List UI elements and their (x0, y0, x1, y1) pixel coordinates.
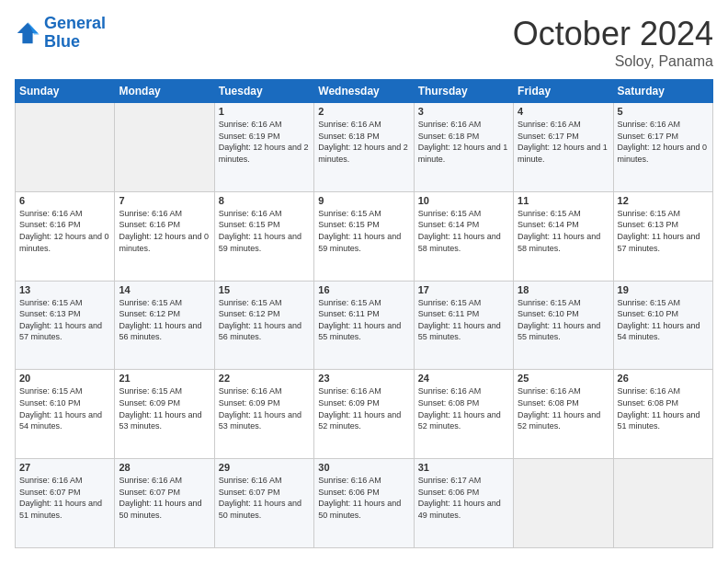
day-header-wednesday: Wednesday (314, 80, 414, 103)
week-row-2: 6Sunrise: 6:16 AM Sunset: 6:16 PM Daylig… (16, 191, 713, 281)
calendar-cell (613, 459, 712, 548)
calendar-cell: 17Sunrise: 6:15 AM Sunset: 6:11 PM Dayli… (414, 281, 513, 370)
day-info: Sunrise: 6:16 AM Sunset: 6:18 PM Dayligh… (318, 119, 409, 165)
calendar-cell: 12Sunrise: 6:15 AM Sunset: 6:13 PM Dayli… (613, 191, 712, 281)
calendar-cell: 21Sunrise: 6:15 AM Sunset: 6:09 PM Dayli… (115, 370, 214, 459)
calendar-cell: 5Sunrise: 6:16 AM Sunset: 6:17 PM Daylig… (613, 103, 712, 192)
day-number: 12 (618, 195, 709, 206)
day-number: 3 (418, 106, 509, 117)
day-header-friday: Friday (514, 80, 613, 103)
header: General Blue October 2024 Soloy, Panama (15, 15, 713, 70)
calendar-cell: 1Sunrise: 6:16 AM Sunset: 6:19 PM Daylig… (214, 103, 313, 192)
calendar-cell: 13Sunrise: 6:15 AM Sunset: 6:13 PM Dayli… (16, 281, 115, 370)
calendar-cell: 30Sunrise: 6:16 AM Sunset: 6:06 PM Dayli… (314, 459, 414, 548)
calendar-cell (514, 459, 613, 548)
day-number: 18 (518, 284, 609, 295)
day-info: Sunrise: 6:16 AM Sunset: 6:09 PM Dayligh… (318, 385, 409, 431)
day-info: Sunrise: 6:15 AM Sunset: 6:09 PM Dayligh… (119, 385, 210, 431)
day-info: Sunrise: 6:16 AM Sunset: 6:07 PM Dayligh… (119, 475, 210, 521)
calendar-cell: 4Sunrise: 6:16 AM Sunset: 6:17 PM Daylig… (514, 103, 613, 192)
day-info: Sunrise: 6:15 AM Sunset: 6:14 PM Dayligh… (518, 208, 609, 254)
day-number: 30 (318, 462, 409, 473)
day-number: 27 (19, 462, 110, 473)
day-header-sunday: Sunday (16, 80, 115, 103)
day-info: Sunrise: 6:16 AM Sunset: 6:08 PM Dayligh… (518, 385, 609, 431)
calendar-cell: 28Sunrise: 6:16 AM Sunset: 6:07 PM Dayli… (115, 459, 214, 548)
page: General Blue October 2024 Soloy, Panama … (0, 0, 728, 563)
day-header-monday: Monday (115, 80, 214, 103)
calendar-cell: 11Sunrise: 6:15 AM Sunset: 6:14 PM Dayli… (514, 191, 613, 281)
day-number: 9 (318, 195, 409, 206)
calendar-cell: 29Sunrise: 6:16 AM Sunset: 6:07 PM Dayli… (214, 459, 313, 548)
day-info: Sunrise: 6:15 AM Sunset: 6:10 PM Dayligh… (19, 385, 110, 431)
calendar-cell: 10Sunrise: 6:15 AM Sunset: 6:14 PM Dayli… (414, 191, 513, 281)
calendar-cell: 14Sunrise: 6:15 AM Sunset: 6:12 PM Dayli… (115, 281, 214, 370)
day-info: Sunrise: 6:16 AM Sunset: 6:16 PM Dayligh… (19, 208, 110, 254)
day-number: 13 (19, 284, 110, 295)
day-header-thursday: Thursday (414, 80, 513, 103)
day-info: Sunrise: 6:15 AM Sunset: 6:12 PM Dayligh… (219, 297, 310, 343)
day-number: 4 (518, 106, 609, 117)
day-number: 22 (219, 373, 310, 384)
calendar-cell: 16Sunrise: 6:15 AM Sunset: 6:11 PM Dayli… (314, 281, 414, 370)
day-number: 7 (119, 195, 210, 206)
day-number: 28 (119, 462, 210, 473)
logo-text: General Blue (44, 15, 106, 52)
day-number: 5 (618, 106, 709, 117)
calendar-cell: 6Sunrise: 6:16 AM Sunset: 6:16 PM Daylig… (16, 191, 115, 281)
calendar-cell: 8Sunrise: 6:16 AM Sunset: 6:15 PM Daylig… (214, 191, 313, 281)
day-info: Sunrise: 6:15 AM Sunset: 6:10 PM Dayligh… (618, 297, 709, 343)
day-number: 15 (219, 284, 310, 295)
calendar-cell: 18Sunrise: 6:15 AM Sunset: 6:10 PM Dayli… (514, 281, 613, 370)
logo-icon (15, 20, 40, 46)
calendar-body: 1Sunrise: 6:16 AM Sunset: 6:19 PM Daylig… (16, 103, 713, 548)
day-info: Sunrise: 6:15 AM Sunset: 6:14 PM Dayligh… (418, 208, 509, 254)
week-row-5: 27Sunrise: 6:16 AM Sunset: 6:07 PM Dayli… (16, 459, 713, 548)
calendar-cell: 24Sunrise: 6:16 AM Sunset: 6:08 PM Dayli… (414, 370, 513, 459)
day-info: Sunrise: 6:16 AM Sunset: 6:07 PM Dayligh… (19, 475, 110, 521)
calendar-cell: 9Sunrise: 6:15 AM Sunset: 6:15 PM Daylig… (314, 191, 414, 281)
calendar-cell: 26Sunrise: 6:16 AM Sunset: 6:08 PM Dayli… (613, 370, 712, 459)
day-number: 21 (119, 373, 210, 384)
day-info: Sunrise: 6:16 AM Sunset: 6:07 PM Dayligh… (219, 475, 310, 521)
day-number: 31 (418, 462, 509, 473)
month-title: October 2024 (513, 15, 713, 53)
calendar-cell: 20Sunrise: 6:15 AM Sunset: 6:10 PM Dayli… (16, 370, 115, 459)
week-row-3: 13Sunrise: 6:15 AM Sunset: 6:13 PM Dayli… (16, 281, 713, 370)
day-info: Sunrise: 6:16 AM Sunset: 6:17 PM Dayligh… (618, 119, 709, 165)
day-number: 1 (219, 106, 310, 117)
day-info: Sunrise: 6:16 AM Sunset: 6:17 PM Dayligh… (518, 119, 609, 165)
day-number: 8 (219, 195, 310, 206)
calendar-cell (115, 103, 214, 192)
calendar: SundayMondayTuesdayWednesdayThursdayFrid… (15, 79, 713, 548)
logo-line2: Blue (44, 32, 80, 51)
calendar-cell: 25Sunrise: 6:16 AM Sunset: 6:08 PM Dayli… (514, 370, 613, 459)
day-info: Sunrise: 6:17 AM Sunset: 6:06 PM Dayligh… (418, 475, 509, 521)
day-number: 20 (19, 373, 110, 384)
day-number: 25 (518, 373, 609, 384)
calendar-cell: 15Sunrise: 6:15 AM Sunset: 6:12 PM Dayli… (214, 281, 313, 370)
week-row-1: 1Sunrise: 6:16 AM Sunset: 6:19 PM Daylig… (16, 103, 713, 192)
logo-line1: General (44, 14, 106, 32)
calendar-cell: 22Sunrise: 6:16 AM Sunset: 6:09 PM Dayli… (214, 370, 313, 459)
day-info: Sunrise: 6:15 AM Sunset: 6:13 PM Dayligh… (19, 297, 110, 343)
day-header-saturday: Saturday (613, 80, 712, 103)
day-header-tuesday: Tuesday (214, 80, 313, 103)
day-number: 6 (19, 195, 110, 206)
day-info: Sunrise: 6:16 AM Sunset: 6:19 PM Dayligh… (219, 119, 310, 165)
day-info: Sunrise: 6:16 AM Sunset: 6:18 PM Dayligh… (418, 119, 509, 165)
day-info: Sunrise: 6:15 AM Sunset: 6:12 PM Dayligh… (119, 297, 210, 343)
day-info: Sunrise: 6:15 AM Sunset: 6:11 PM Dayligh… (418, 297, 509, 343)
day-info: Sunrise: 6:16 AM Sunset: 6:16 PM Dayligh… (119, 208, 210, 254)
day-info: Sunrise: 6:15 AM Sunset: 6:11 PM Dayligh… (318, 297, 409, 343)
calendar-header-row: SundayMondayTuesdayWednesdayThursdayFrid… (16, 80, 713, 103)
day-info: Sunrise: 6:15 AM Sunset: 6:15 PM Dayligh… (318, 208, 409, 254)
day-info: Sunrise: 6:16 AM Sunset: 6:09 PM Dayligh… (219, 385, 310, 431)
day-info: Sunrise: 6:16 AM Sunset: 6:08 PM Dayligh… (418, 385, 509, 431)
day-number: 17 (418, 284, 509, 295)
calendar-cell: 27Sunrise: 6:16 AM Sunset: 6:07 PM Dayli… (16, 459, 115, 548)
day-number: 14 (119, 284, 210, 295)
day-number: 16 (318, 284, 409, 295)
calendar-cell: 3Sunrise: 6:16 AM Sunset: 6:18 PM Daylig… (414, 103, 513, 192)
day-number: 23 (318, 373, 409, 384)
